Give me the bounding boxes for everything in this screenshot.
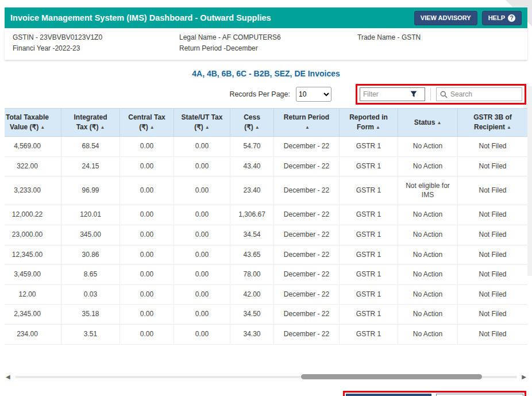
- search-icon: [440, 91, 448, 98]
- table-cell: Not Filed: [458, 205, 528, 225]
- column-header-state-ut-tax[interactable]: State/UT Tax(₹)▲: [174, 109, 230, 137]
- table-cell: 345.00: [61, 225, 120, 245]
- table-cell: 0.00: [174, 225, 230, 245]
- help-button[interactable]: HELP ?: [482, 11, 522, 25]
- table-cell: Not Filed: [458, 225, 528, 245]
- table-cell: 0.00: [120, 284, 174, 305]
- filter-funnel-icon[interactable]: [410, 91, 417, 98]
- table-cell: 0.00: [174, 205, 230, 225]
- trade-name-value: Trade Name - GSTN: [357, 32, 519, 43]
- financial-year-value: Financi Year -2022-23: [13, 43, 179, 54]
- column-header-text: Form▲: [342, 122, 395, 132]
- column-header-taxable-value[interactable]: Total TaxableValue (₹)▲: [5, 109, 61, 137]
- column-header-central-tax[interactable]: Central Tax(₹)▲: [120, 109, 174, 137]
- column-header-status[interactable]: Status▲: [398, 109, 458, 137]
- horizontal-scrollbar[interactable]: ◀ ▶: [6, 372, 526, 382]
- table-cell: December - 22: [274, 305, 340, 325]
- table-cell: No Action: [398, 245, 458, 265]
- footer-actions: DOWNLOAD EXCEL BACK TO SUMMARY: [6, 391, 526, 396]
- page-header-bar: Invoice Management System (IMS) Dashboar…: [5, 7, 527, 28]
- table-cell: December - 22: [274, 136, 340, 156]
- table-cell: 0.00: [120, 205, 174, 225]
- column-header-integrated-tax[interactable]: IntegratedTax (₹)▲: [61, 109, 120, 137]
- filter-search-divider: [430, 88, 431, 101]
- table-cell: No Action: [398, 205, 458, 225]
- table-cell: GSTR 1: [340, 245, 398, 265]
- back-to-summary-button[interactable]: BACK TO SUMMARY: [436, 394, 523, 396]
- table-cell: Not Filed: [458, 156, 528, 176]
- column-header-gstr3b-recipient[interactable]: GSTR 3B ofRecipient▲: [458, 109, 528, 137]
- table-cell: Not eligible for IMS: [398, 176, 458, 205]
- column-header-cess[interactable]: Cess(₹)▲: [230, 109, 274, 137]
- table-cell: 0.00: [120, 156, 174, 176]
- table-cell: 4,569.00: [5, 136, 61, 156]
- table-cell: 3,459.00: [5, 265, 61, 285]
- table-body: 4,569.0068.540.000.0054.70December - 22G…: [5, 136, 527, 344]
- download-excel-button[interactable]: DOWNLOAD EXCEL: [346, 394, 431, 396]
- table-cell: 42.00: [230, 284, 274, 305]
- table-cell: December - 22: [274, 284, 340, 305]
- sort-icon: ▲: [305, 125, 310, 130]
- scroll-left-arrow-icon[interactable]: ◀: [6, 374, 10, 380]
- table-cell: 0.00: [120, 176, 174, 205]
- table-cell: 23.40: [230, 176, 274, 205]
- table-cell: 0.00: [174, 265, 230, 285]
- table-cell: 0.00: [120, 324, 174, 344]
- info-col-gstin: GSTIN - 23VBVBV0123V1Z0 Financi Year -20…: [13, 32, 179, 54]
- sort-icon: ▲: [255, 125, 260, 130]
- table-cell: 0.03: [61, 284, 120, 305]
- sort-icon: ▲: [100, 125, 105, 130]
- search-input[interactable]: [450, 90, 514, 98]
- table-cell: 43.65: [230, 245, 274, 265]
- records-per-page-select[interactable]: 10: [296, 87, 331, 102]
- table-cell: 1,306.67: [230, 205, 274, 225]
- table-cell: 322.00: [5, 156, 61, 176]
- view-advisory-button[interactable]: VIEW ADVISORY: [414, 11, 477, 25]
- column-header-text: GSTR 3B of: [460, 113, 525, 122]
- table-row: 23,000.00345.000.000.0034.54December - 2…: [5, 225, 527, 245]
- table-cell: 0.00: [174, 245, 230, 265]
- table-cell: December - 22: [274, 176, 340, 205]
- column-header-reported-in-form[interactable]: Reported inForm▲: [340, 109, 398, 137]
- column-header-text: Tax (₹)▲: [64, 122, 117, 132]
- table-cell: Not Filed: [458, 245, 528, 265]
- column-header-text: Total Taxable: [5, 113, 59, 122]
- table-cell: 0.00: [120, 265, 174, 285]
- table-cell: GSTR 1: [340, 176, 398, 205]
- table-cell: 0.00: [174, 136, 230, 156]
- table-cell: 34.30: [230, 324, 274, 344]
- column-header-return-period[interactable]: Return Period▲: [274, 109, 340, 137]
- column-header-text: Return Period: [276, 113, 337, 122]
- filter-input[interactable]: [363, 90, 410, 98]
- table-cell: 54.70: [230, 136, 274, 156]
- scrollbar-track[interactable]: [15, 376, 518, 378]
- table-cell: Not Filed: [458, 265, 528, 285]
- table-cell: 12.00: [5, 284, 61, 305]
- annotation-filter-search-highlight: [356, 84, 526, 105]
- taxpayer-info-bar: GSTIN - 23VBVBV0123V1Z0 Financi Year -20…: [5, 28, 527, 60]
- invoices-table: Total TaxableValue (₹)▲IntegratedTax (₹)…: [5, 108, 527, 344]
- table-row: 234.003.510.000.0034.30December - 22GSTR…: [5, 324, 527, 344]
- table-cell: 0.00: [120, 305, 174, 325]
- sort-icon: ▲: [150, 125, 155, 130]
- column-header-text: Cess: [233, 113, 271, 122]
- table-cell: December - 22: [274, 205, 340, 225]
- table-cell: 35.18: [61, 305, 120, 325]
- legal-name-value: Legal Name - AF COMPUTERS6: [179, 32, 357, 43]
- table-cell: GSTR 1: [340, 265, 398, 285]
- invoices-table-container: Total TaxableValue (₹)▲IntegratedTax (₹)…: [5, 108, 527, 344]
- ims-dashboard-page: Invoice Management System (IMS) Dashboar…: [0, 7, 532, 396]
- records-per-page-label: Records Per Page:: [229, 90, 290, 98]
- scroll-right-arrow-icon[interactable]: ▶: [522, 374, 526, 380]
- return-period-value: Return Period -December: [179, 43, 357, 54]
- table-cell: GSTR 1: [340, 205, 398, 225]
- table-cell: 12,000.22: [5, 205, 61, 225]
- table-row: 12,000.22120.010.000.001,306.67December …: [5, 205, 527, 225]
- table-cell: 0.00: [120, 136, 174, 156]
- info-col-legal-name: Legal Name - AF COMPUTERS6 Return Period…: [179, 32, 357, 54]
- sort-icon: ▲: [205, 125, 210, 130]
- table-cell: 3.51: [61, 324, 120, 344]
- scrollbar-thumb[interactable]: [301, 374, 482, 379]
- column-header-text: (₹)▲: [176, 122, 228, 132]
- annotation-footer-buttons-highlight: DOWNLOAD EXCEL BACK TO SUMMARY: [343, 391, 526, 396]
